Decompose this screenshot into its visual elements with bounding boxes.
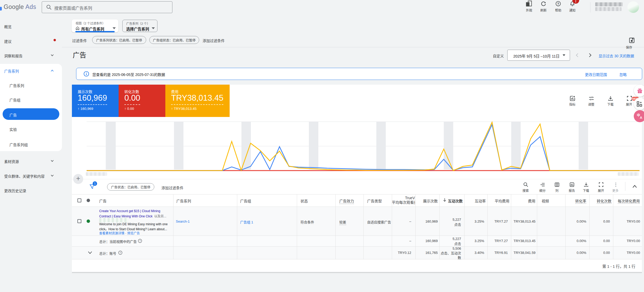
svg-text:A: A: [640, 116, 642, 120]
